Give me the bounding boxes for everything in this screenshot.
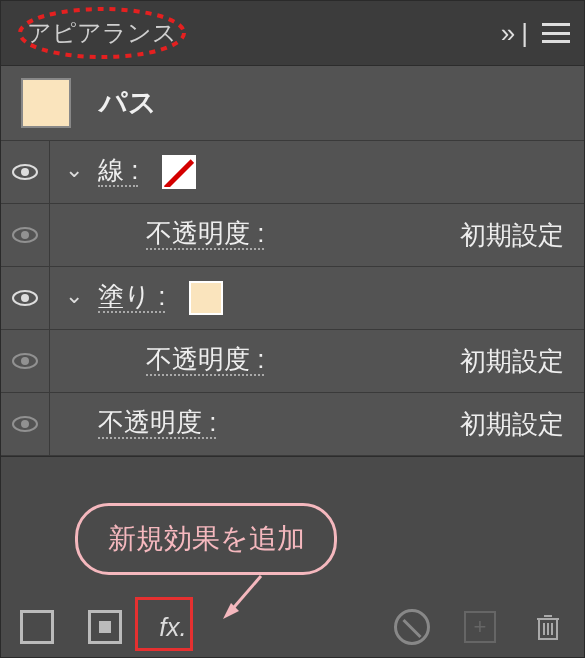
expand-toggle[interactable]: ⌄ (50, 159, 98, 185)
clear-appearance-button[interactable] (392, 607, 432, 647)
panel-header-controls: » | (501, 18, 570, 49)
new-stroke-button[interactable] (17, 607, 57, 647)
fill-opacity-label[interactable]: 不透明度 : (146, 346, 264, 376)
svg-point-2 (21, 168, 29, 176)
visibility-icon[interactable] (11, 226, 39, 244)
opacity-label[interactable]: 不透明度 : (98, 409, 216, 439)
svg-point-4 (21, 231, 29, 239)
stroke-opacity-value[interactable]: 初期設定 (460, 218, 564, 253)
fill-row[interactable]: ⌄ 塗り : (1, 267, 584, 330)
panel-tabbar: アピアランス » | (1, 1, 584, 65)
delete-item-button[interactable] (528, 607, 568, 647)
panel-menu-icon[interactable] (542, 23, 570, 43)
object-swatch[interactable] (21, 78, 71, 128)
fill-opacity-value[interactable]: 初期設定 (460, 344, 564, 379)
add-effect-button[interactable]: fx. (153, 607, 193, 647)
panel-footer: fx. + (1, 597, 584, 657)
trash-icon (535, 613, 561, 641)
panel-title: アピアランス (27, 17, 177, 49)
object-row[interactable]: パス (1, 66, 584, 141)
object-type-label: パス (99, 84, 157, 122)
stroke-opacity-label[interactable]: 不透明度 : (146, 220, 264, 250)
svg-point-10 (21, 420, 29, 428)
annotation-balloon: 新規効果を追加 (75, 503, 337, 575)
header-divider: | (521, 18, 528, 49)
expand-toggle[interactable]: ⌄ (50, 285, 98, 311)
stroke-label[interactable]: 線 : (98, 157, 138, 187)
stroke-row[interactable]: ⌄ 線 : (1, 141, 584, 204)
svg-point-8 (21, 357, 29, 365)
fill-label[interactable]: 塗り : (98, 283, 165, 313)
new-fill-button[interactable] (85, 607, 125, 647)
annotation-arrow-icon (221, 571, 271, 621)
visibility-icon[interactable] (11, 163, 39, 181)
collapse-icon[interactable]: » (501, 18, 507, 49)
svg-point-6 (21, 294, 29, 302)
panel-tab-appearance[interactable]: アピアランス (15, 5, 189, 61)
fill-swatch[interactable] (189, 281, 223, 315)
visibility-icon[interactable] (11, 415, 39, 433)
stroke-swatch-none[interactable] (162, 155, 196, 189)
fill-opacity-row[interactable]: 不透明度 : 初期設定 (1, 330, 584, 393)
panel-body: パス ⌄ 線 : 不透明度 : 初期設定 ⌄ (1, 65, 584, 457)
duplicate-item-button[interactable]: + (460, 607, 500, 647)
visibility-icon[interactable] (11, 289, 39, 307)
appearance-panel: アピアランス » | パス ⌄ 線 : (0, 0, 585, 658)
opacity-row[interactable]: 不透明度 : 初期設定 (1, 393, 584, 456)
opacity-value[interactable]: 初期設定 (460, 407, 564, 442)
visibility-icon[interactable] (11, 352, 39, 370)
stroke-opacity-row[interactable]: 不透明度 : 初期設定 (1, 204, 584, 267)
annotation-text: 新規効果を追加 (108, 520, 305, 558)
